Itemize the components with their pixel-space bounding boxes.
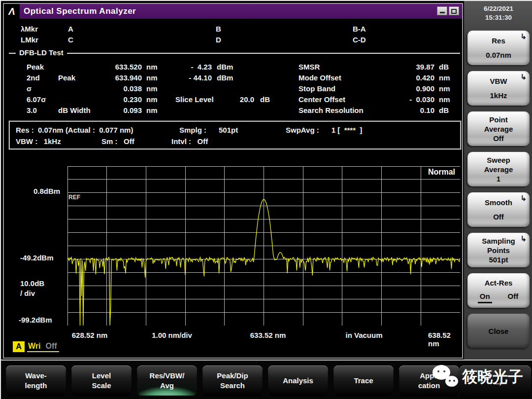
result-row-2nd-peak: 2ndPeak 633.940nm - 44.10dBm <box>27 72 270 83</box>
status-sweep-average-prefix: SwpAvg : 1 [ <box>286 124 344 136</box>
status-sweep-average-suffix: ] <box>356 124 362 136</box>
level-marker-row: LMkr C D C-D <box>4 36 462 44</box>
watermark-text: 筱晓光子 <box>462 366 523 387</box>
wavelength-marker-row: λMkr A B B-A <box>4 25 462 33</box>
x-label-start: 628.52 nm <box>72 331 108 339</box>
datetime-display: 6/22/2021 15:31:30 <box>464 1 532 22</box>
analysis-results-left: Peak 633.520nm - 4.23dBm 2ndPeak 633.940… <box>27 61 270 115</box>
menu-res-vbw-avg[interactable]: Res/VBW/ Avg <box>137 365 197 396</box>
status-sweep-progress: **** <box>344 124 356 136</box>
osa-main-window: Λ Optical Spectrum Analyzer λMkr A B B-A… <box>3 3 463 359</box>
level-marker-label: LMkr <box>21 36 68 44</box>
menu-peak-dip-search[interactable]: Peak/Dip Search <box>202 365 263 396</box>
menu-trace[interactable]: Trace <box>333 365 394 396</box>
act-res-off-option[interactable]: Off <box>507 291 520 303</box>
result-row-3db-width: 3.0dB Width 0.093nm <box>27 105 270 115</box>
trace-a-badge: A <box>13 341 25 352</box>
softkey-vbw[interactable]: ↳ VBW 1kHz <box>467 71 530 106</box>
status-interval: Intvl : Off <box>171 136 208 147</box>
slice-level-unit: dB <box>254 95 270 104</box>
softkey-sweep-average[interactable]: Sweep Average 1 <box>467 152 530 186</box>
softkey-point-average[interactable]: Point Average Off <box>467 111 530 146</box>
slice-level-label: Slice Level <box>175 95 230 104</box>
marker-c-d: C-D <box>353 36 366 44</box>
lambda-marker-label: λMkr <box>21 25 68 33</box>
analysis-group-title: DFB-LD Test <box>16 48 67 57</box>
x-label-stop: 638.52 nm <box>428 331 451 348</box>
softkey-sidebar: 6/22/2021 15:31:30 ↳ Res 0.07nm ↳ VBW 1k… <box>464 1 532 360</box>
date-text: 6/22/2021 <box>464 4 532 13</box>
y-label-mid: -49.2dBm <box>20 254 54 262</box>
menu-wavelength[interactable]: Wave- length <box>6 365 66 396</box>
softkey-sampling-points[interactable]: ↳ Sampling Points 501pt <box>467 233 530 267</box>
maximize-icon <box>451 9 457 14</box>
minimize-icon <box>440 12 445 13</box>
maximize-button[interactable] <box>449 6 459 15</box>
softkey-close[interactable]: Close <box>467 314 530 348</box>
submenu-arrow-icon: ↳ <box>520 193 527 203</box>
anritsu-logo-icon: Λ <box>4 4 20 19</box>
status-smooth: Sm : Off <box>101 136 171 147</box>
marker-b: B <box>216 25 353 33</box>
spectrum-chart: REF Normal <box>67 166 460 326</box>
submenu-arrow-icon: ↳ <box>520 72 527 81</box>
screen-frame: Λ Optical Spectrum Analyzer λMkr A B B-A… <box>0 0 532 399</box>
result-row-center-offset: Center Offset- 0.030nm <box>299 94 450 105</box>
softkey-act-res[interactable]: Act-Res On Off <box>467 273 530 308</box>
result-row-mode-offset: Mode Offset0.420nm <box>299 72 450 83</box>
marker-d: D <box>216 36 353 44</box>
y-label-ref: 0.8dBm <box>33 187 60 195</box>
spectrum-trace-plot <box>67 166 460 326</box>
window-title: Optical Spectrum Analyzer <box>24 6 136 16</box>
status-res: Res : 0.07nm (Actual : 0.077 nm) <box>16 124 179 136</box>
result-row-stop-band: Stop Band0.900nm <box>299 83 450 94</box>
softkey-res[interactable]: ↳ Res 0.07nm <box>467 31 530 65</box>
status-sampling: Smplg : 501pt <box>179 124 286 136</box>
title-bar: Λ Optical Spectrum Analyzer <box>4 4 462 19</box>
trace-mode-label: Normal <box>428 168 455 177</box>
y-label-per-div: 10.0dB <box>20 279 44 288</box>
analysis-results-right: SMSR39.87dB Mode Offset0.420nm Stop Band… <box>299 61 450 115</box>
trace-write-indicator: A Wri Off <box>13 341 59 353</box>
marker-a: A <box>68 25 216 33</box>
minimize-button[interactable] <box>437 6 447 15</box>
time-text: 15:31:30 <box>464 13 532 22</box>
sweep-status-box: Res : 0.07nm (Actual : 0.077 nm) Smplg :… <box>9 121 461 149</box>
y-label-per-div-2: / div <box>20 289 35 297</box>
x-label-per-div: 1.00 nm/div <box>152 331 192 339</box>
result-row-peak: Peak 633.520nm - 4.23dBm <box>27 61 270 72</box>
act-res-title: Act-Res <box>485 278 513 288</box>
marker-b-a: B-A <box>353 25 366 33</box>
result-row-6sigma: 6.07σ 0.230nm Slice Level 20.0 dB <box>27 94 270 105</box>
trace-write-label: Wri <box>28 342 40 351</box>
softkey-smooth[interactable]: ↳ Smooth Off <box>467 192 530 227</box>
x-label-center: 633.52 nm <box>250 331 286 339</box>
submenu-arrow-icon: ↳ <box>520 234 527 243</box>
submenu-arrow-icon: ↳ <box>520 32 527 41</box>
menu-analysis[interactable]: Analysis <box>268 365 328 396</box>
result-row-search-resolution: Search Resolution0.10dB <box>299 105 450 115</box>
y-label-bottom: -99.2dBm <box>19 316 52 324</box>
menu-level-scale[interactable]: Level Scale <box>71 365 132 396</box>
slice-level-value: 20.0 <box>230 95 254 104</box>
result-row-smsr: SMSR39.87dB <box>299 61 450 72</box>
act-res-on-option[interactable]: On <box>478 291 492 303</box>
watermark: 筱晓光子 <box>432 365 523 389</box>
trace-write-state: Off <box>45 342 57 351</box>
result-row-sigma: σ 0.038nm <box>27 83 270 94</box>
marker-c: C <box>68 36 216 44</box>
wechat-icon <box>432 365 460 389</box>
ref-line-label: REF <box>68 194 80 201</box>
x-label-medium: in Vacuum <box>345 331 382 339</box>
analysis-group-divider: DFB-LD Test <box>9 53 460 54</box>
status-vbw: VBW : 1kHz <box>16 136 101 147</box>
